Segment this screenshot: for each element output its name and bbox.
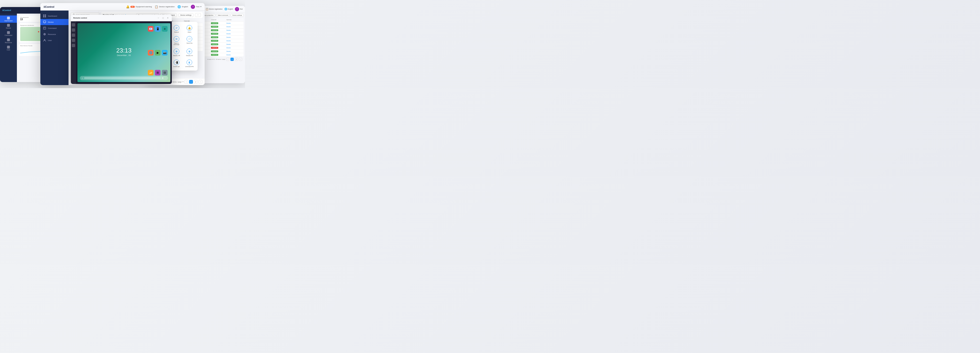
wbr-avatar: T xyxy=(235,7,239,11)
cp-display-off[interactable]: 🖥 Display Off xyxy=(170,47,182,57)
wm-titlebar: iiControl 🔔 99+ Equipment warning 📋 Devi… xyxy=(40,3,205,11)
wm-equipment-warning[interactable]: 🔔 99+ Equipment warning xyxy=(126,5,152,8)
rp-side-icon-5[interactable] xyxy=(72,44,75,47)
wbr-device-settings-btn[interactable]: Device settings xyxy=(231,14,243,17)
wbr-device-registration[interactable]: 📋 Device registration xyxy=(205,8,223,10)
command-nav-icon xyxy=(43,27,46,30)
rp-title: Remote control xyxy=(73,17,87,19)
page-1-btn[interactable]: 1 xyxy=(189,80,193,84)
wbr-next-page[interactable]: › xyxy=(239,58,242,61)
svg-rect-0 xyxy=(43,14,45,16)
dashboard-nav-icon xyxy=(43,14,46,17)
app-icon-6[interactable]: ⊞ xyxy=(155,70,161,76)
rp-screen-time: 23:13 December , 05 xyxy=(116,47,131,56)
svg-rect-2 xyxy=(43,16,45,17)
cp-display-on[interactable]: 🖥 Display On xyxy=(184,47,195,57)
rp-maximize-btn[interactable]: □ xyxy=(161,16,165,20)
app-icon-play[interactable]: ▶ xyxy=(155,50,161,55)
cp-alarm[interactable]: 🔔 Alarm xyxy=(184,24,195,34)
wbl-nav-user[interactable]: User xyxy=(0,44,17,52)
display-off-icon: 🖥 xyxy=(173,49,179,54)
prev-page-btn[interactable]: ‹ xyxy=(185,80,188,84)
wbl-nav-device[interactable]: Device xyxy=(0,23,17,30)
resource-icon xyxy=(7,38,10,41)
rp-sidebar xyxy=(71,21,76,84)
svg-rect-4 xyxy=(43,21,46,23)
wbr-page-1[interactable]: 1 xyxy=(231,58,234,61)
reboot-icon: ↺ xyxy=(173,25,179,31)
rp-body: 23:13 December , 05 📧 📱 ≡ 🌐 ▶ 📷 xyxy=(71,21,172,84)
map-dot-1 xyxy=(38,31,39,32)
command-icon xyxy=(7,31,10,34)
wbl-logo: iiControl xyxy=(2,9,11,11)
rp-side-icon-3[interactable] xyxy=(72,33,75,37)
wm-nav-device[interactable]: Device xyxy=(40,19,68,25)
rp-search-extra: ⋯ xyxy=(164,77,166,79)
cp-send-message[interactable]: ✉ Send a message xyxy=(170,35,182,46)
wm-sidebar: Dashboard Device Command Resource User xyxy=(40,11,68,85)
wm-device-registration[interactable]: 📋 Device registration xyxy=(155,5,175,8)
app-icon-1[interactable]: 📧 xyxy=(148,26,153,32)
rp-time-display: 23:13 xyxy=(116,47,131,53)
wm-header-right: 🔔 99+ Equipment warning 📋 Device registr… xyxy=(126,5,201,9)
cp-uninstall-apk[interactable]: 🗑 Uninstall APK xyxy=(184,59,195,68)
rp-mic-icon[interactable] xyxy=(162,77,164,79)
wm-notif-badge: 99+ xyxy=(130,6,135,8)
cp-install-apk[interactable]: 📲 Install apk xyxy=(170,59,182,68)
device-settings-btn[interactable]: Device settings xyxy=(178,13,194,17)
wbl-nav-command[interactable]: Command xyxy=(0,30,17,37)
more-btn[interactable]: ⋯ xyxy=(195,13,201,17)
wm-nav-dashboard[interactable]: Dashboard xyxy=(40,13,68,19)
wm-avatar: T xyxy=(191,5,195,9)
app-icon-chrome[interactable]: 🌐 xyxy=(148,50,153,55)
wbl-sidebar: Dashboard Device Command Resource User xyxy=(0,14,17,82)
wbl-stat-all: All equipment 13 xyxy=(19,16,42,22)
rp-minimize-btn[interactable]: − xyxy=(157,16,160,20)
app-icon-3[interactable]: ≡ xyxy=(162,26,167,32)
cp-send-file[interactable]: 📄 Send File xyxy=(184,35,195,46)
wm-logo: iiControl xyxy=(44,5,54,8)
app-icon-2[interactable]: 📱 xyxy=(155,26,161,32)
wbl-nav-resource[interactable]: Resource xyxy=(0,37,17,44)
wm-nav-user[interactable]: User xyxy=(40,37,68,43)
app-icon-7[interactable]: ⊟ xyxy=(162,70,167,76)
wbr-user[interactable]: T Test xyxy=(235,7,243,11)
cp-reboot[interactable]: ↺ Reboot xyxy=(170,24,182,34)
wm-nav-resource[interactable]: Resource xyxy=(40,31,68,37)
install-apk-icon: 📲 xyxy=(173,60,179,65)
scene: iiControl Dashboard Device Command R xyxy=(0,0,245,88)
message-icon: ✉ xyxy=(173,36,179,42)
wbr-language[interactable]: 🌐 English xyxy=(224,8,233,10)
android-tag: ANDROID xyxy=(211,47,218,49)
svg-rect-3 xyxy=(45,16,46,17)
next-page-btn[interactable]: › xyxy=(199,80,202,84)
wbr-select-command-btn[interactable]: Select command xyxy=(216,14,230,17)
rp-search-bar[interactable]: G ⋯ xyxy=(80,76,168,80)
wm-user[interactable]: T Test ▾ xyxy=(191,5,201,9)
dashboard-icon xyxy=(7,17,10,19)
wbr-page-2[interactable]: 2 xyxy=(235,58,238,61)
app-icon-4[interactable]: 📷 xyxy=(162,50,167,55)
rp-side-icon-4[interactable] xyxy=(72,39,75,42)
rp-date-display: December , 05 xyxy=(116,54,131,56)
wm-language[interactable]: 🌐 English xyxy=(177,5,188,8)
rp-search-text xyxy=(84,77,161,79)
rp-close-btn[interactable]: × xyxy=(166,16,169,20)
alarm-icon: 🔔 xyxy=(186,25,192,31)
rp-side-icon-1[interactable] xyxy=(72,23,75,27)
app-icon-5[interactable]: 📂 xyxy=(148,70,153,76)
rp-bottom-apps: 📂 ⊞ ⊟ xyxy=(148,70,167,76)
rp-titlebar: Remote control − □ × xyxy=(71,15,172,21)
page-2-btn[interactable]: 2 xyxy=(194,80,197,84)
device-nav-icon xyxy=(43,21,46,24)
wbl-nav-dashboard[interactable]: Dashboard xyxy=(0,16,17,23)
rp-side-icon-2[interactable] xyxy=(72,28,75,32)
rp-top-apps: 📧 📱 ≡ xyxy=(148,26,167,32)
rp-screen: 23:13 December , 05 📧 📱 ≡ 🌐 ▶ 📷 xyxy=(78,23,170,82)
send-file-icon: 📄 xyxy=(186,36,192,42)
svg-rect-1 xyxy=(45,14,46,16)
wm-nav-command[interactable]: Command xyxy=(40,25,68,31)
wbr-prev-page[interactable]: ‹ xyxy=(226,58,229,61)
resource-nav-icon xyxy=(43,33,46,36)
user-nav-icon xyxy=(43,39,46,42)
